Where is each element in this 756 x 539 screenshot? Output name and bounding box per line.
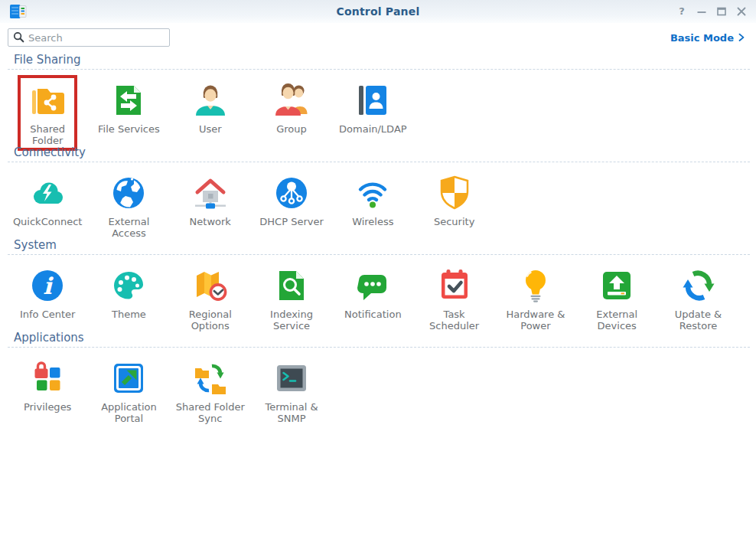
item-label: Hardware & Power: [506, 309, 565, 332]
cp-item-regional-options[interactable]: Regional Options: [170, 266, 251, 336]
section-connectivity: ConnectivityQuickConnectExternal AccessN…: [0, 140, 756, 233]
item-label: Task Scheduler: [418, 309, 490, 332]
cp-item-external-devices[interactable]: External Devices: [576, 266, 657, 336]
external-devices-icon: [597, 266, 637, 305]
search-input[interactable]: [8, 28, 170, 47]
update-restore-icon: [679, 266, 719, 305]
shared-folder-icon: [28, 80, 67, 120]
privileges-icon: [28, 358, 67, 398]
notification-icon: [353, 266, 393, 305]
cp-item-shared-folder[interactable]: Shared Folder: [7, 80, 88, 151]
group-icon: [272, 80, 311, 120]
quickconnect-icon: [28, 173, 67, 213]
cp-item-shared-folder-sync[interactable]: Shared Folder Sync: [170, 358, 251, 429]
svg-text:?: ?: [679, 5, 685, 17]
item-label: Privileges: [24, 402, 72, 413]
info-center-icon: i: [28, 266, 67, 305]
section-applications: ApplicationsPrivilegesApplication Portal…: [0, 325, 756, 418]
basic-mode-label: Basic Mode: [670, 32, 734, 44]
section-system: SystemiInfo CenterThemeRegional OptionsI…: [0, 233, 756, 325]
item-label: Wireless: [352, 217, 393, 228]
item-label: File Services: [98, 124, 160, 136]
item-label: Shared Folder: [30, 124, 65, 146]
external-access-icon: [109, 173, 148, 213]
wireless-icon: [353, 173, 393, 213]
cp-item-theme[interactable]: Theme: [88, 266, 169, 336]
item-label: QuickConnect: [13, 217, 83, 228]
item-label: Regional Options: [189, 309, 232, 332]
cp-item-terminal-snmp[interactable]: Terminal & SNMP: [251, 358, 332, 429]
cp-item-security[interactable]: Security: [413, 173, 494, 243]
dhcp-server-icon: [272, 173, 311, 213]
cp-item-privileges[interactable]: Privileges: [7, 358, 88, 429]
item-label: Theme: [112, 309, 146, 321]
shared-folder-sync-icon: [191, 358, 230, 398]
cp-item-wireless[interactable]: Wireless: [332, 173, 413, 243]
cp-item-file-services[interactable]: File Services: [88, 80, 169, 151]
window-title: Control Panel: [0, 5, 756, 18]
cp-item-network[interactable]: Network: [170, 173, 251, 243]
search-icon: [13, 31, 24, 43]
maximize-icon[interactable]: [715, 5, 728, 18]
item-label: Notification: [344, 309, 402, 321]
basic-mode-button[interactable]: Basic Mode: [670, 32, 745, 44]
network-icon: [191, 173, 230, 213]
item-label: Shared Folder Sync: [176, 402, 245, 424]
section-title-file-sharing: File Sharing: [0, 54, 756, 66]
cp-item-task-scheduler[interactable]: Task Scheduler: [413, 266, 494, 336]
item-label: Security: [434, 217, 474, 228]
sections: File SharingShared FolderFile ServicesUs…: [0, 47, 756, 418]
theme-icon: [109, 266, 148, 305]
item-label: External Devices: [596, 309, 637, 332]
section-file-sharing: File SharingShared FolderFile ServicesUs…: [0, 47, 756, 140]
hardware-power-icon: [516, 266, 556, 305]
item-label: Domain/LDAP: [339, 124, 407, 136]
item-label: Indexing Service: [270, 309, 313, 332]
item-label: User: [199, 124, 222, 136]
highlight-box: Shared Folder: [18, 75, 77, 151]
item-label: Update & Restore: [675, 309, 722, 332]
application-portal-icon: [109, 358, 148, 398]
close-icon[interactable]: [735, 5, 748, 18]
chevron-right-icon: [738, 33, 745, 43]
item-label: Info Center: [20, 309, 76, 321]
item-label: Application Portal: [101, 402, 157, 424]
security-icon: [435, 173, 474, 213]
item-label: Terminal & SNMP: [265, 402, 318, 424]
cp-item-hardware-power[interactable]: Hardware & Power: [495, 266, 576, 336]
indexing-service-icon: [272, 266, 311, 305]
cp-item-update-restore[interactable]: Update & Restore: [657, 266, 738, 336]
cp-item-dhcp-server[interactable]: DHCP Server: [251, 173, 332, 243]
cp-item-info-center[interactable]: iInfo Center: [7, 266, 88, 336]
cp-item-domain-ldap[interactable]: Domain/LDAP: [332, 80, 413, 151]
terminal-snmp-icon: [272, 358, 311, 398]
toolbar: Basic Mode: [0, 23, 756, 47]
search-box: [8, 28, 170, 47]
regional-options-icon: [191, 266, 230, 305]
minimize-icon[interactable]: [695, 5, 709, 18]
cp-item-user[interactable]: User: [170, 80, 251, 151]
cp-item-group[interactable]: Group: [251, 80, 332, 151]
user-icon: [191, 80, 230, 120]
titlebar: Control Panel ?: [0, 0, 756, 23]
cp-item-quickconnect[interactable]: QuickConnect: [7, 173, 88, 243]
item-label: External Access: [93, 217, 165, 239]
cp-item-external-access[interactable]: External Access: [88, 173, 169, 243]
domain-ldap-icon: [353, 80, 393, 120]
cp-item-application-portal[interactable]: Application Portal: [88, 358, 169, 429]
window-controls: ?: [675, 5, 748, 18]
help-icon[interactable]: ?: [675, 5, 689, 18]
cp-item-notification[interactable]: Notification: [332, 266, 413, 336]
item-label: Group: [276, 124, 307, 136]
file-services-icon: [109, 80, 148, 120]
item-label: Network: [190, 217, 231, 228]
item-label: DHCP Server: [259, 217, 323, 228]
task-scheduler-icon: [435, 266, 474, 305]
cp-item-indexing-service[interactable]: Indexing Service: [251, 266, 332, 336]
